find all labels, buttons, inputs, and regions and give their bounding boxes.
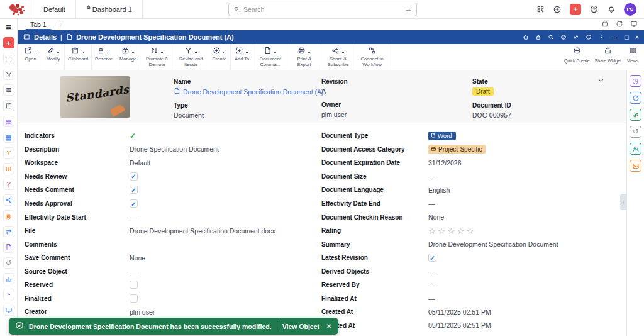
branch-icon[interactable] [3,179,14,190]
toolbar-button-document-comma[interactable]: Document Comma... [253,44,287,70]
toolbar-button-manage[interactable]: Manage [116,44,140,70]
toolbar-button-views[interactable]: Views [624,44,641,70]
toolbar-button-label: Modify [46,56,60,62]
panel-collapse-handle[interactable]: ‹ [620,194,626,210]
toolbar-button-share-widget[interactable]: Share Widget [592,44,624,70]
add-tab-button[interactable]: + [58,21,63,29]
kebab-icon[interactable]: ⋮ [598,34,605,41]
field-label: Workspace [25,159,130,166]
checkbox[interactable]: ✓ [130,172,138,181]
titlebar-section: Details [34,33,57,41]
field-label: Save Comment [25,254,130,261]
toolbar-button-modify[interactable]: Modify [42,44,65,70]
toolbar-button-open[interactable]: Open [19,44,42,70]
search-input[interactable] [243,6,405,13]
field-row: Document Size— [321,170,623,184]
search-filter-icon[interactable] [405,4,412,15]
user-avatar[interactable]: PU [624,3,636,16]
eye-icon[interactable]: ◉ [3,210,14,221]
qr-scan-icon[interactable] [536,5,545,13]
help-icon[interactable] [589,4,599,14]
merge-icon[interactable]: ⇄ [3,226,14,237]
close-icon[interactable]: × [635,34,639,41]
gauge-icon[interactable]: ◔ [3,289,14,300]
checkbox[interactable]: ✓ [130,186,138,194]
toolbar-button-share-subscribe[interactable]: Share & Subscribe [321,44,355,70]
image-icon[interactable] [630,160,641,172]
form-icon[interactable]: ▤ [3,116,14,127]
notifications-bell-icon[interactable] [607,5,616,14]
summary-col-3: State Draft Document ID DOC-000957 [472,78,511,125]
field-label: Needs Comment [25,186,130,193]
tab-1[interactable]: Tab 1 [24,19,53,30]
screen-share-icon[interactable] [3,305,14,316]
export-tray-icon[interactable] [601,19,609,30]
document-icon[interactable] [3,242,14,253]
toolbar-button-add-to[interactable]: Add To [231,44,253,70]
table-icon[interactable]: ▦ [3,132,14,143]
toolbar-button-promote-demote[interactable]: Promote & Demote [140,44,174,70]
workspace-tab-default[interactable]: Default [33,0,76,19]
checkbox[interactable]: ✓ [130,199,138,208]
chart-icon[interactable] [3,273,14,284]
add-button[interactable]: + [3,37,14,48]
minimize-icon[interactable]: — [611,34,618,41]
history-icon[interactable]: ↺ [630,126,641,138]
help-icon[interactable] [560,34,567,40]
collapse-summary-chevron-icon[interactable] [597,76,605,87]
workspace-tab-dashboard[interactable]: Dashboard 1 [76,0,143,19]
field-value: Default [130,159,150,167]
titlebar-separator: | [60,33,62,41]
document-name-link[interactable]: Drone Development Specification Document… [174,87,324,96]
field-row: Creatorplm user [25,305,308,319]
summary-panel: Standards Name Drone Development Specifi… [18,70,644,123]
link-icon[interactable] [630,109,641,121]
home-icon[interactable] [523,34,529,40]
desktop-icon[interactable] [630,19,638,30]
search-icon[interactable] [548,34,554,40]
field-label: Document Access Category [321,146,428,153]
toolbar-button-reserve[interactable]: Reserve [92,44,116,70]
nodes-icon[interactable] [3,194,14,206]
lock-icon[interactable] [535,34,541,40]
window-icon[interactable]: ▢ [3,53,14,64]
toast-close-icon[interactable]: ✕ [326,322,332,331]
field-value: plm user [321,111,348,118]
create-new-button[interactable]: + [570,4,581,15]
toolbar-button-label: Print & Export [291,56,318,67]
toolbar-button-print-export[interactable]: Print & Export [287,44,321,70]
tab-bar: Tab 1 + [18,19,644,30]
toolbar-button-revise-and-iterate[interactable]: Revise and Iterate [174,44,208,70]
refresh-icon[interactable] [616,19,623,30]
sync-icon[interactable] [630,92,641,104]
field-label: Effectivity Date Start [25,214,130,221]
toolbar-button-connect-to-workflow[interactable]: Connect to Workflow [355,44,389,70]
plus-circle-icon[interactable] [553,5,562,14]
checkbox[interactable] [130,281,138,289]
document-thumbnail[interactable]: Standards [60,76,130,118]
fields-column-right: Document TypeWordDocument Access Categor… [321,129,623,332]
list-icon[interactable] [3,84,14,96]
team-icon[interactable] [630,143,641,155]
refresh-icon[interactable] [586,34,592,40]
fields-column-left: Indicators✓DescriptionDrone Specificatio… [25,129,308,319]
structure-icon[interactable]: ⊞ [3,163,14,174]
clipboard-icon[interactable] [3,100,14,111]
hamburger-menu-icon[interactable]: ≡ [6,22,11,31]
toast-divider [277,322,277,331]
history-icon[interactable]: ↺ [3,257,14,269]
filter-icon[interactable] [3,69,14,80]
rating-stars[interactable]: ☆☆☆☆☆ [428,226,476,236]
checkbox[interactable] [130,294,138,303]
toolbar-button-clipboard[interactable]: Clipboard [65,44,92,70]
view-object-button[interactable]: View Object [282,323,319,330]
toolbar-button-quick-create[interactable]: Quick Create [562,44,592,70]
checkbox[interactable]: ✓ [428,254,436,262]
details-grid-icon [23,31,30,43]
hierarchy-icon[interactable] [3,147,14,159]
field-row: Updated At05/11/2025 02:51 PM [321,319,623,333]
toolbar-button-create[interactable]: Create [208,44,231,70]
status-icon[interactable]: ◷ [630,75,641,87]
link-icon[interactable] [573,34,579,40]
maximize-icon[interactable]: □ [625,34,629,41]
